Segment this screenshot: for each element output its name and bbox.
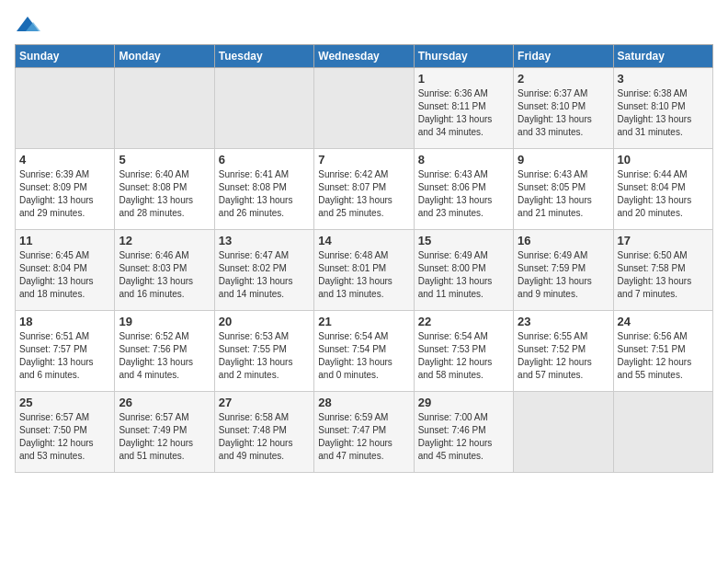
day-number: 27 bbox=[219, 396, 310, 409]
day-header-saturday: Saturday bbox=[613, 45, 712, 68]
day-info: Sunrise: 6:54 AM Sunset: 7:54 PM Dayligh… bbox=[318, 330, 409, 382]
calendar-cell: 6Sunrise: 6:41 AM Sunset: 8:08 PM Daylig… bbox=[214, 149, 313, 230]
calendar-week-row: 11Sunrise: 6:45 AM Sunset: 8:04 PM Dayli… bbox=[16, 230, 713, 311]
day-number: 12 bbox=[119, 234, 210, 247]
calendar-cell: 14Sunrise: 6:48 AM Sunset: 8:01 PM Dayli… bbox=[314, 230, 414, 311]
day-number: 25 bbox=[19, 396, 110, 409]
calendar-cell: 16Sunrise: 6:49 AM Sunset: 7:59 PM Dayli… bbox=[514, 230, 613, 311]
calendar-cell: 19Sunrise: 6:52 AM Sunset: 7:56 PM Dayli… bbox=[115, 311, 214, 392]
day-info: Sunrise: 6:49 AM Sunset: 8:00 PM Dayligh… bbox=[418, 249, 509, 301]
day-number: 19 bbox=[119, 315, 210, 328]
day-number: 17 bbox=[618, 234, 709, 247]
day-info: Sunrise: 6:49 AM Sunset: 7:59 PM Dayligh… bbox=[518, 249, 609, 301]
day-info: Sunrise: 6:44 AM Sunset: 8:04 PM Dayligh… bbox=[618, 168, 709, 220]
day-number: 8 bbox=[418, 153, 509, 167]
calendar-table: SundayMondayTuesdayWednesdayThursdayFrid… bbox=[15, 44, 713, 473]
day-info: Sunrise: 7:00 AM Sunset: 7:46 PM Dayligh… bbox=[418, 411, 509, 463]
day-info: Sunrise: 6:38 AM Sunset: 8:10 PM Dayligh… bbox=[618, 87, 709, 139]
day-number: 3 bbox=[618, 72, 709, 86]
calendar-week-row: 25Sunrise: 6:57 AM Sunset: 7:50 PM Dayli… bbox=[16, 392, 713, 473]
calendar-cell: 18Sunrise: 6:51 AM Sunset: 7:57 PM Dayli… bbox=[16, 311, 115, 392]
calendar-cell bbox=[115, 68, 214, 149]
calendar-cell: 8Sunrise: 6:43 AM Sunset: 8:06 PM Daylig… bbox=[414, 149, 513, 230]
day-number: 21 bbox=[318, 315, 409, 328]
day-number: 4 bbox=[19, 153, 110, 167]
day-info: Sunrise: 6:40 AM Sunset: 8:08 PM Dayligh… bbox=[119, 168, 210, 220]
calendar-week-row: 18Sunrise: 6:51 AM Sunset: 7:57 PM Dayli… bbox=[16, 311, 713, 392]
day-number: 2 bbox=[518, 72, 609, 86]
calendar-cell: 1Sunrise: 6:36 AM Sunset: 8:11 PM Daylig… bbox=[414, 68, 513, 149]
day-info: Sunrise: 6:42 AM Sunset: 8:07 PM Dayligh… bbox=[318, 168, 409, 220]
calendar-cell: 4Sunrise: 6:39 AM Sunset: 8:09 PM Daylig… bbox=[16, 149, 115, 230]
calendar-cell bbox=[314, 68, 414, 149]
day-header-sunday: Sunday bbox=[16, 45, 115, 68]
day-info: Sunrise: 6:59 AM Sunset: 7:47 PM Dayligh… bbox=[318, 411, 409, 463]
day-info: Sunrise: 6:57 AM Sunset: 7:50 PM Dayligh… bbox=[19, 411, 110, 463]
day-info: Sunrise: 6:50 AM Sunset: 7:58 PM Dayligh… bbox=[618, 249, 709, 301]
day-number: 16 bbox=[518, 234, 609, 247]
day-header-wednesday: Wednesday bbox=[314, 45, 414, 68]
calendar-header-row: SundayMondayTuesdayWednesdayThursdayFrid… bbox=[16, 45, 713, 68]
day-number: 10 bbox=[618, 153, 709, 167]
calendar-cell: 2Sunrise: 6:37 AM Sunset: 8:10 PM Daylig… bbox=[514, 68, 613, 149]
day-info: Sunrise: 6:48 AM Sunset: 8:01 PM Dayligh… bbox=[318, 249, 409, 301]
day-info: Sunrise: 6:51 AM Sunset: 7:57 PM Dayligh… bbox=[19, 330, 110, 382]
calendar-cell bbox=[16, 68, 115, 149]
day-number: 20 bbox=[219, 315, 310, 328]
calendar-cell: 26Sunrise: 6:57 AM Sunset: 7:49 PM Dayli… bbox=[115, 392, 214, 473]
calendar-cell bbox=[514, 392, 613, 473]
day-info: Sunrise: 6:54 AM Sunset: 7:53 PM Dayligh… bbox=[418, 330, 509, 382]
day-header-tuesday: Tuesday bbox=[214, 45, 313, 68]
day-info: Sunrise: 6:52 AM Sunset: 7:56 PM Dayligh… bbox=[119, 330, 210, 382]
calendar-cell: 25Sunrise: 6:57 AM Sunset: 7:50 PM Dayli… bbox=[16, 392, 115, 473]
day-info: Sunrise: 6:45 AM Sunset: 8:04 PM Dayligh… bbox=[19, 249, 110, 301]
day-info: Sunrise: 6:43 AM Sunset: 8:05 PM Dayligh… bbox=[518, 168, 609, 220]
day-info: Sunrise: 6:37 AM Sunset: 8:10 PM Dayligh… bbox=[518, 87, 609, 139]
logo bbox=[15, 15, 44, 35]
calendar-cell: 28Sunrise: 6:59 AM Sunset: 7:47 PM Dayli… bbox=[314, 392, 414, 473]
day-info: Sunrise: 6:39 AM Sunset: 8:09 PM Dayligh… bbox=[19, 168, 110, 220]
calendar-cell: 9Sunrise: 6:43 AM Sunset: 8:05 PM Daylig… bbox=[514, 149, 613, 230]
day-info: Sunrise: 6:36 AM Sunset: 8:11 PM Dayligh… bbox=[418, 87, 509, 139]
day-number: 24 bbox=[618, 315, 709, 328]
day-number: 15 bbox=[418, 234, 509, 247]
day-info: Sunrise: 6:47 AM Sunset: 8:02 PM Dayligh… bbox=[219, 249, 310, 301]
day-number: 26 bbox=[119, 396, 210, 409]
calendar-cell bbox=[214, 68, 313, 149]
day-number: 11 bbox=[19, 234, 110, 247]
calendar-cell: 27Sunrise: 6:58 AM Sunset: 7:48 PM Dayli… bbox=[214, 392, 313, 473]
calendar-cell: 22Sunrise: 6:54 AM Sunset: 7:53 PM Dayli… bbox=[414, 311, 513, 392]
calendar-cell: 21Sunrise: 6:54 AM Sunset: 7:54 PM Dayli… bbox=[314, 311, 414, 392]
day-info: Sunrise: 6:43 AM Sunset: 8:06 PM Dayligh… bbox=[418, 168, 509, 220]
calendar-cell: 29Sunrise: 7:00 AM Sunset: 7:46 PM Dayli… bbox=[414, 392, 513, 473]
calendar-cell: 7Sunrise: 6:42 AM Sunset: 8:07 PM Daylig… bbox=[314, 149, 414, 230]
day-header-monday: Monday bbox=[115, 45, 214, 68]
day-number: 29 bbox=[418, 396, 509, 409]
day-number: 13 bbox=[219, 234, 310, 247]
day-info: Sunrise: 6:46 AM Sunset: 8:03 PM Dayligh… bbox=[119, 249, 210, 301]
calendar-cell: 17Sunrise: 6:50 AM Sunset: 7:58 PM Dayli… bbox=[613, 230, 712, 311]
day-info: Sunrise: 6:57 AM Sunset: 7:49 PM Dayligh… bbox=[119, 411, 210, 463]
calendar-body: 1Sunrise: 6:36 AM Sunset: 8:11 PM Daylig… bbox=[16, 68, 713, 473]
calendar-week-row: 1Sunrise: 6:36 AM Sunset: 8:11 PM Daylig… bbox=[16, 68, 713, 149]
day-number: 28 bbox=[318, 396, 409, 409]
calendar-cell: 20Sunrise: 6:53 AM Sunset: 7:55 PM Dayli… bbox=[214, 311, 313, 392]
day-number: 6 bbox=[219, 153, 310, 167]
day-number: 9 bbox=[518, 153, 609, 167]
calendar-cell: 12Sunrise: 6:46 AM Sunset: 8:03 PM Dayli… bbox=[115, 230, 214, 311]
day-number: 22 bbox=[418, 315, 509, 328]
day-number: 5 bbox=[119, 153, 210, 167]
page-header bbox=[15, 15, 713, 35]
calendar-cell: 3Sunrise: 6:38 AM Sunset: 8:10 PM Daylig… bbox=[613, 68, 712, 149]
day-info: Sunrise: 6:56 AM Sunset: 7:51 PM Dayligh… bbox=[618, 330, 709, 382]
calendar-cell bbox=[613, 392, 712, 473]
day-header-thursday: Thursday bbox=[414, 45, 513, 68]
day-info: Sunrise: 6:55 AM Sunset: 7:52 PM Dayligh… bbox=[518, 330, 609, 382]
calendar-cell: 15Sunrise: 6:49 AM Sunset: 8:00 PM Dayli… bbox=[414, 230, 513, 311]
day-number: 1 bbox=[418, 72, 509, 86]
day-number: 18 bbox=[19, 315, 110, 328]
calendar-cell: 5Sunrise: 6:40 AM Sunset: 8:08 PM Daylig… bbox=[115, 149, 214, 230]
calendar-cell: 10Sunrise: 6:44 AM Sunset: 8:04 PM Dayli… bbox=[613, 149, 712, 230]
day-number: 14 bbox=[318, 234, 409, 247]
day-info: Sunrise: 6:53 AM Sunset: 7:55 PM Dayligh… bbox=[219, 330, 310, 382]
